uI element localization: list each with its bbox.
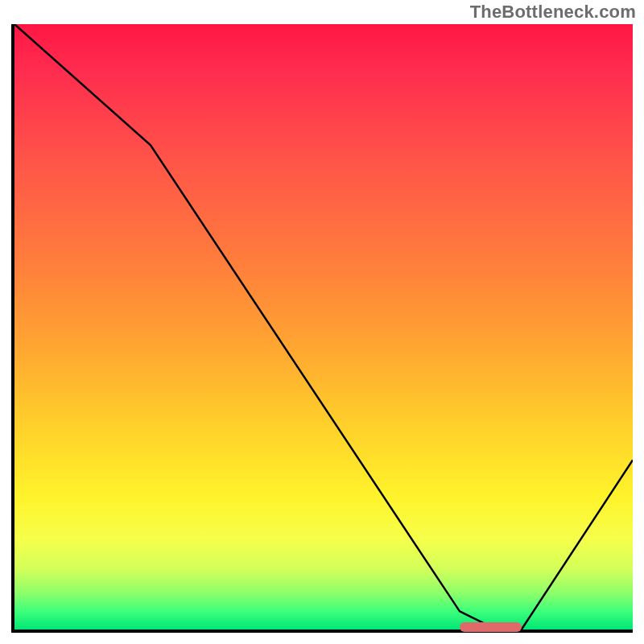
- watermark-text: TheBottleneck.com: [470, 2, 636, 23]
- plot-area: [11, 24, 633, 633]
- bottleneck-curve: [14, 24, 633, 630]
- optimum-marker: [460, 622, 522, 632]
- curve-overlay: [14, 24, 633, 630]
- chart-container: TheBottleneck.com: [0, 0, 644, 644]
